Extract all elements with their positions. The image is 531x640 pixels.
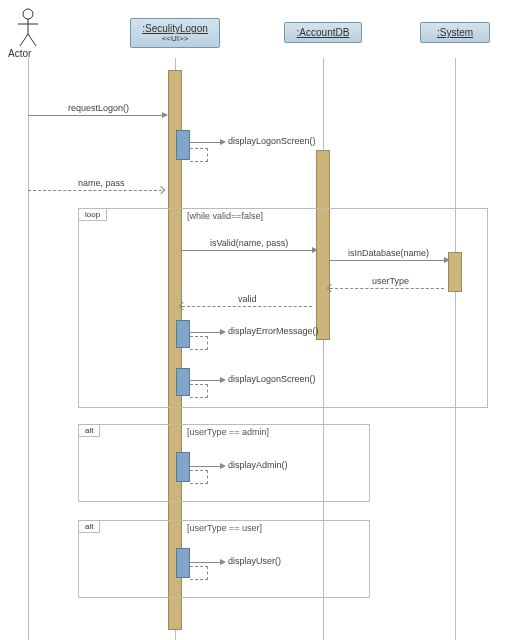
msg-label: isInDatabase(name) <box>348 248 429 258</box>
msg-label: userType <box>372 276 409 286</box>
participant-system: :System <box>420 22 490 43</box>
actor-icon <box>14 8 42 48</box>
fragment-guard: [while valid==false] <box>187 211 263 221</box>
fragment-guard: [userType == admin] <box>187 427 269 437</box>
participant-accountdb: :AccountDB <box>284 22 362 43</box>
fragment-tag: alt <box>79 425 100 437</box>
activation-self-displayerror <box>176 320 190 348</box>
msg-label: displayErrorMessage() <box>228 326 319 336</box>
svg-line-3 <box>20 34 28 46</box>
sequence-diagram: Actor :SeculityLogon <<UI>> :AccountDB :… <box>0 0 531 640</box>
msg-label: displayLogonScreen() <box>228 136 316 146</box>
msg-label: displayAdmin() <box>228 460 288 470</box>
svg-point-0 <box>23 9 33 19</box>
msg-label: requestLogon() <box>68 103 129 113</box>
participant-name: :AccountDB <box>293 27 353 38</box>
activation-self-displayadmin <box>176 452 190 482</box>
fragment-guard: [userType == user] <box>187 523 262 533</box>
participant-seculitylogon: :SeculityLogon <<UI>> <box>130 18 220 48</box>
msg-label: valid <box>238 294 257 304</box>
msg-label: isValid(name, pass) <box>210 238 288 248</box>
fragment-tag: alt <box>79 521 100 533</box>
participant-stereo: <<UI>> <box>139 34 211 43</box>
activation-self-displaylogonscreen <box>176 130 190 160</box>
activation-p3 <box>448 252 462 292</box>
self-return-icon <box>190 566 208 580</box>
activation-self-displaylogonscreen2 <box>176 368 190 396</box>
participant-name: :System <box>429 27 481 38</box>
fragment-tag: loop <box>79 209 107 221</box>
msg-label: name, pass <box>78 178 125 188</box>
activation-self-displayuser <box>176 548 190 578</box>
participant-name: :SeculityLogon <box>139 23 211 34</box>
msg-label: displayUser() <box>228 556 281 566</box>
self-return-icon <box>190 336 208 350</box>
self-return-icon <box>190 384 208 398</box>
self-return-icon <box>190 148 208 162</box>
self-return-icon <box>190 470 208 484</box>
msg-label: displayLogonScreen() <box>228 374 316 384</box>
lifeline-actor <box>28 58 29 640</box>
svg-line-4 <box>28 34 36 46</box>
